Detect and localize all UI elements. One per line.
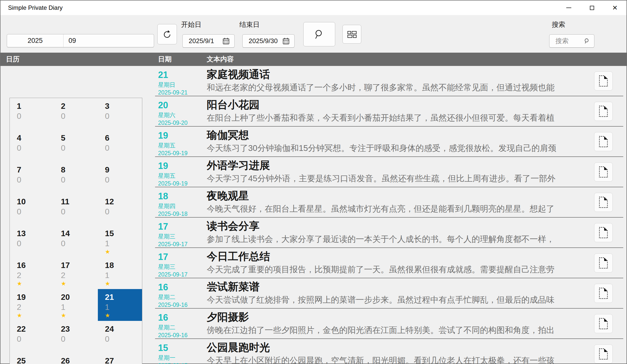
calendar-day-cell[interactable]: 10 0 ★ [10,194,54,225]
refresh-button[interactable] [157,24,177,44]
entry-weekday: 星期三 [158,263,175,270]
calendar-entry-count: 2 [61,270,98,280]
start-date-value: 2025/9/1 [189,37,214,45]
calendar-icon [282,37,290,45]
diary-entry-row[interactable]: 21 星期日 2025-09-21 家庭视频通话 和远在老家的父母视频通话了一个… [155,66,623,96]
entry-day: 19 [158,131,168,141]
calendar-day-number: 22 [17,324,54,334]
calendar-day-cell[interactable]: 2 0 ★ [54,98,98,130]
calendar-day-cell[interactable]: 21 1 ★ [98,289,142,321]
calendar-entry-count: 0 [105,334,142,344]
end-date-value: 2025/9/30 [249,37,278,45]
diary-entry-row[interactable]: 20 星期六 2025-09-20 阳台小花园 在阳台上种了些小番茄和香菜，今天… [155,96,623,127]
layout-view-button[interactable] [342,25,361,44]
calendar-day-cell[interactable]: 14 0 ★ [54,225,98,257]
calendar-day-cell[interactable]: 18 1 ★ [98,257,142,289]
calendar-day-cell[interactable]: 16 2 ★ [10,257,54,289]
calendar-entry-count: 0 [17,334,54,344]
diary-entry-row[interactable]: 17 星期三 2025-09-17 今日工作总结 今天完成了重要的项目报告，比预… [155,248,623,278]
entry-weekday: 星期六 [158,112,175,119]
entry-date: 2025-09-16 [158,332,188,339]
diary-entry-row[interactable]: 16 星期二 2025-09-16 尝试新菜谱 今天尝试做了红烧排骨，按照网上的… [155,278,623,309]
entry-date: 2025-09-18 [158,211,188,217]
calendar-day-cell[interactable]: 19 2 ★ [10,289,54,321]
calendar-day-cell[interactable]: 12 0 ★ [98,194,142,225]
year-field[interactable]: 2025 [7,34,63,47]
calendar-day-cell[interactable]: 9 0 ★ [98,162,142,194]
search-input[interactable]: 搜索 [549,34,594,48]
calendar-day-number: 23 [61,324,98,334]
calendar-day-number: 7 [17,165,54,175]
calendar-day-cell[interactable]: 13 0 ★ [10,225,54,257]
header-date: 日期 [158,53,172,66]
entry-day: 15 [158,343,168,353]
calendar-day-cell[interactable]: 17 2 ★ [54,257,98,289]
diary-entry-row[interactable]: 19 星期五 2025-09-19 外语学习进展 今天学习了45分钟外语，主要是… [155,157,623,187]
calendar-day-number: 25 [17,356,54,364]
calendar-day-cell[interactable]: 25 ★ [10,353,54,364]
open-entry-button[interactable] [594,223,613,242]
calendar-day-cell[interactable]: 23 0 ★ [54,321,98,353]
document-icon [599,348,608,360]
calendar-day-number: 13 [17,228,54,238]
calendar-day-cell[interactable]: 5 0 ★ [54,130,98,162]
year-month-input[interactable]: 2025 09 [7,34,154,47]
end-date-picker[interactable]: 2025/9/30 [242,34,295,48]
maximize-button[interactable] [580,1,603,15]
calendar-entry-count: 0 [105,175,142,185]
open-entry-button[interactable] [594,71,613,90]
star-icon: ★ [105,280,142,287]
calendar-day-number: 15 [105,228,142,238]
calendar-day-cell[interactable]: 7 0 ★ [10,162,54,194]
calendar-entry-count: 0 [17,111,54,121]
diary-entry-row[interactable]: 15 星期一 2025-09-15 公园晨跑时光 今天早上在小区附近的公园晨跑，… [155,339,623,364]
entry-title: 读书会分享 [207,220,259,233]
open-entry-button[interactable] [594,162,613,181]
calendar-day-cell[interactable]: 26 ★ [54,353,98,364]
open-entry-button[interactable] [594,253,613,272]
entry-weekday: 星期一 [158,354,175,361]
star-icon: ★ [17,280,54,287]
calendar-day-cell[interactable]: 24 0 ★ [98,321,142,353]
calendar-day-cell[interactable]: 27 ★ [98,353,142,364]
open-entry-button[interactable] [594,314,613,333]
diary-entry-row[interactable]: 19 星期五 2025-09-19 瑜伽冥想 今天练习了30分钟瑜伽和15分钟冥… [155,127,623,157]
calendar-day-cell[interactable]: 1 0 ★ [10,98,54,130]
title-bar: Simple Private Diary ✕ [1,1,626,15]
diary-entry-row[interactable]: 16 星期二 2025-09-16 夕阳摄影 傍晚在江边拍了一些夕阳照片，金色的… [155,309,623,339]
calendar-entry-count: 0 [17,207,54,217]
calendar-day-number: 17 [61,260,98,270]
entry-title: 今日工作总结 [207,250,270,263]
entry-preview: 今天尝试做了红烧排骨，按照网上的菜谱一步步来。虽然过程中有点手忙脚乱，但最后的成… [207,294,591,305]
open-entry-button[interactable] [594,102,613,121]
calendar-day-cell[interactable]: 4 0 ★ [10,130,54,162]
search-button[interactable] [303,22,335,46]
tiles-layout-icon [347,30,357,38]
calendar-day-cell[interactable]: 15 1 ★ [98,225,142,257]
open-entry-button[interactable] [594,344,613,363]
calendar-day-cell[interactable]: 3 0 ★ [98,98,142,130]
open-entry-button[interactable] [594,132,613,151]
calendar-day-number: 26 [61,356,98,364]
diary-entry-row[interactable]: 17 星期三 2025-09-17 读书会分享 参加了线上读书会，大家分享了最近… [155,218,623,248]
diary-entry-row[interactable]: 18 星期四 2025-09-18 夜晚观星 今晚天气很好，在阳台上看星星。虽然… [155,187,623,218]
document-icon [599,287,608,299]
calendar-day-cell[interactable]: 11 0 ★ [54,194,98,225]
start-date-picker[interactable]: 2025/9/1 [182,34,235,48]
calendar-entry-count: 0 [17,143,54,153]
calendar-day-cell[interactable]: 6 0 ★ [98,130,142,162]
entry-preview: 今晚天气很好，在阳台上看星星。虽然城市灯光有点亮，但还是能看到几颗明亮的星星。想… [207,203,591,214]
calendar-day-cell[interactable]: 22 0 ★ [10,321,54,353]
calendar-day-cell[interactable]: 8 0 ★ [54,162,98,194]
close-button[interactable]: ✕ [603,1,626,15]
list-header-bar: 日历 日期 文本内容 [1,53,626,66]
calendar-entry-count: 0 [105,207,142,217]
open-entry-button[interactable] [594,284,613,303]
minimize-button[interactable] [557,1,580,15]
end-date-label: 结束日 [239,20,260,29]
month-field[interactable]: 09 [63,34,154,47]
calendar-day-cell[interactable]: 20 1 ★ [54,289,98,321]
calendar-entry-count: 0 [17,175,54,185]
entry-date: 2025-09-19 [158,180,188,187]
open-entry-button[interactable] [594,193,613,212]
